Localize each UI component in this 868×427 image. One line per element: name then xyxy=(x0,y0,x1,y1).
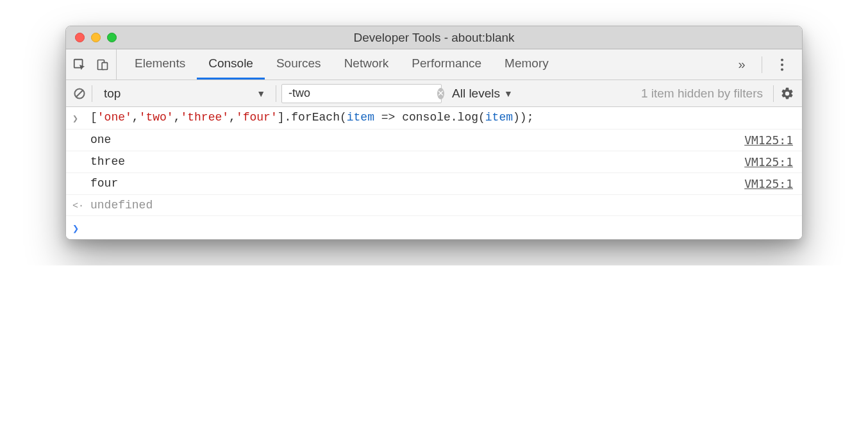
tab-elements[interactable]: Elements xyxy=(123,49,197,80)
hidden-by-filter-message: 1 item hidden by filters xyxy=(641,87,768,101)
log-source-link[interactable]: VM125:1 xyxy=(731,177,793,190)
devtools-tabbar: ElementsConsoleSourcesNetworkPerformance… xyxy=(66,49,802,80)
console-prompt-row[interactable]: ❯ xyxy=(66,216,802,239)
device-toolbar-icon[interactable] xyxy=(96,58,110,72)
close-window-button[interactable] xyxy=(75,33,85,42)
window-title: Developer Tools - about:blank xyxy=(66,31,802,45)
log-message: four xyxy=(90,177,731,190)
console-input-code[interactable]: ['one','two','three','four'].forEach(ite… xyxy=(90,111,793,124)
filter-input-container: ✕ xyxy=(281,84,442,103)
console-toolbar: top ▼ ✕ All levels ▼ 1 item hidden by fi… xyxy=(66,80,802,107)
context-label: top xyxy=(104,87,121,101)
divider xyxy=(773,85,774,102)
svg-point-4 xyxy=(781,63,783,66)
return-value: undefined xyxy=(90,199,793,212)
tab-performance[interactable]: Performance xyxy=(400,49,493,80)
chevron-down-icon: ▼ xyxy=(256,88,265,99)
input-marker-icon: ❯ xyxy=(72,111,90,125)
svg-rect-2 xyxy=(102,62,107,69)
console-output: ❯ ['one','two','three','four'].forEach(i… xyxy=(66,107,802,239)
divider xyxy=(276,85,276,102)
window-titlebar: Developer Tools - about:blank xyxy=(66,26,802,49)
console-filter-input[interactable] xyxy=(288,87,437,100)
log-source-link[interactable]: VM125:1 xyxy=(731,155,793,169)
levels-label: All levels xyxy=(452,87,500,101)
tabbar-tools xyxy=(71,49,117,80)
clear-filter-icon[interactable]: ✕ xyxy=(437,88,444,99)
return-marker-icon: <· xyxy=(72,199,90,212)
chevron-down-icon: ▼ xyxy=(504,88,513,99)
log-gutter xyxy=(72,177,90,179)
tab-sources[interactable]: Sources xyxy=(265,49,333,80)
log-levels-selector[interactable]: All levels ▼ xyxy=(447,87,518,101)
log-gutter xyxy=(72,133,90,135)
log-message: three xyxy=(90,155,731,168)
log-gutter xyxy=(72,155,90,157)
console-settings-icon[interactable] xyxy=(779,85,796,102)
tab-network[interactable]: Network xyxy=(333,49,401,80)
tabbar-right: » xyxy=(731,49,797,80)
execution-context-selector[interactable]: top ▼ xyxy=(97,84,271,103)
devtools-menu-button[interactable] xyxy=(771,54,793,76)
minimize-window-button[interactable] xyxy=(91,33,101,42)
maximize-window-button[interactable] xyxy=(107,33,117,42)
window-controls xyxy=(66,33,117,42)
console-log-row: threeVM125:1 xyxy=(66,151,802,173)
panel-tabs: ElementsConsoleSourcesNetworkPerformance… xyxy=(117,49,560,80)
prompt-marker-icon: ❯ xyxy=(72,220,90,235)
console-log-row: fourVM125:1 xyxy=(66,173,802,195)
tab-console[interactable]: Console xyxy=(197,49,265,80)
tab-memory[interactable]: Memory xyxy=(493,49,560,80)
devtools-window: Developer Tools - about:blank ElementsCo… xyxy=(65,26,803,240)
console-input-row: ❯ ['one','two','three','four'].forEach(i… xyxy=(66,107,802,130)
console-log-row: oneVM125:1 xyxy=(66,130,802,151)
more-tabs-button[interactable]: » xyxy=(731,54,753,76)
svg-line-7 xyxy=(76,90,83,97)
svg-point-3 xyxy=(781,58,783,61)
divider xyxy=(762,56,762,73)
console-return-row: <· undefined xyxy=(66,195,802,216)
inspect-element-icon[interactable] xyxy=(72,58,87,72)
svg-point-5 xyxy=(781,68,783,71)
divider xyxy=(92,85,92,102)
log-message: one xyxy=(90,133,731,146)
clear-console-icon[interactable] xyxy=(72,87,87,101)
log-source-link[interactable]: VM125:1 xyxy=(731,133,793,147)
